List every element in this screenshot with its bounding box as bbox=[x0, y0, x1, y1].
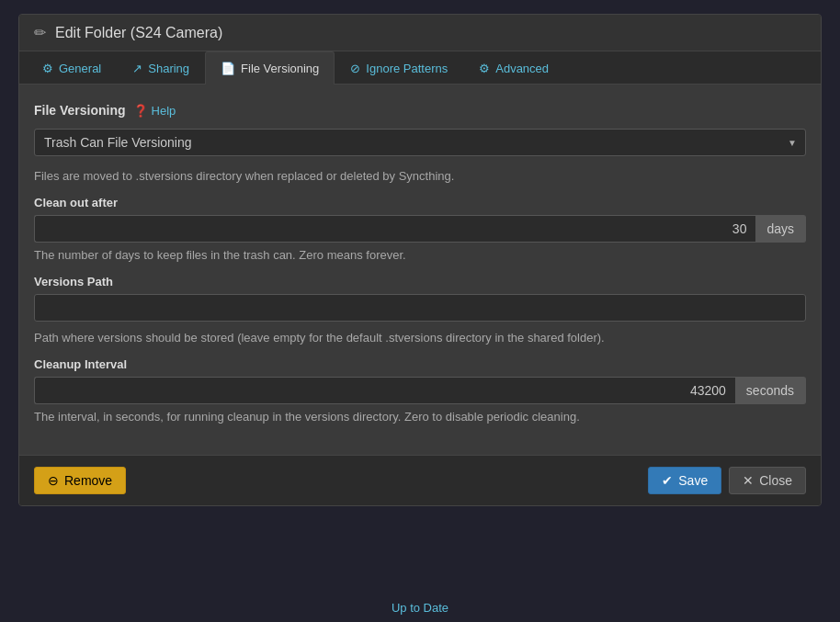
file-versioning-title: File Versioning bbox=[34, 103, 126, 118]
help-icon: ❓ bbox=[133, 104, 148, 118]
versioning-type-select[interactable]: Trash Can File Versioning No File Versio… bbox=[34, 129, 806, 156]
tab-general-label: General bbox=[59, 62, 101, 75]
tab-ignore-patterns-label: Ignore Patterns bbox=[366, 62, 448, 75]
edit-icon: ✏ bbox=[34, 24, 46, 41]
save-label: Save bbox=[678, 473, 708, 488]
modal-footer: ⊖ Remove ✔ Save ✕ Close bbox=[19, 455, 821, 505]
modal-title: Edit Folder (S24 Camera) bbox=[55, 25, 222, 41]
versions-path-input[interactable] bbox=[34, 294, 806, 322]
cleanup-interval-input[interactable] bbox=[34, 377, 735, 404]
clean-out-after-label: Clean out after bbox=[34, 196, 806, 209]
tab-general[interactable]: ⚙ General bbox=[27, 51, 117, 85]
versions-path-description: Path where versions should be stored (le… bbox=[34, 331, 806, 345]
tab-sharing[interactable]: ↗ Sharing bbox=[117, 51, 205, 85]
tab-ignore-patterns[interactable]: ⊘ Ignore Patterns bbox=[335, 51, 463, 85]
help-link[interactable]: ❓ Help bbox=[133, 104, 176, 118]
clean-out-after-addon: days bbox=[755, 215, 806, 243]
cleanup-interval-description: The interval, in seconds, for running cl… bbox=[34, 410, 806, 424]
clean-out-after-input[interactable] bbox=[34, 215, 755, 243]
modal-body: File Versioning ❓ Help Trash Can File Ve… bbox=[19, 85, 821, 455]
tab-advanced[interactable]: ⚙ Advanced bbox=[463, 51, 564, 85]
tab-bar: ⚙ General ↗ Sharing 📄 File Versioning ⊘ … bbox=[19, 51, 821, 85]
cleanup-interval-label: Cleanup Interval bbox=[34, 357, 806, 371]
file-icon: 📄 bbox=[221, 62, 235, 75]
advanced-gear-icon: ⚙ bbox=[479, 62, 490, 75]
versioning-description: Files are moved to .stversions directory… bbox=[34, 169, 806, 183]
help-label: Help bbox=[152, 104, 176, 118]
clean-out-after-group: days bbox=[34, 215, 806, 243]
modal-header: ✏ Edit Folder (S24 Camera) bbox=[19, 15, 821, 51]
close-button[interactable]: ✕ Close bbox=[729, 467, 806, 494]
clean-out-after-description: The number of days to keep files in the … bbox=[34, 248, 806, 262]
tab-file-versioning[interactable]: 📄 File Versioning bbox=[205, 51, 335, 85]
tab-file-versioning-label: File Versioning bbox=[241, 62, 319, 75]
remove-icon: ⊖ bbox=[48, 473, 59, 488]
section-label: File Versioning ❓ Help bbox=[34, 103, 806, 118]
versions-path-label: Versions Path bbox=[34, 275, 806, 288]
cleanup-interval-addon: seconds bbox=[735, 377, 806, 404]
versioning-type-wrapper: Trash Can File Versioning No File Versio… bbox=[34, 129, 806, 156]
tab-sharing-label: Sharing bbox=[148, 62, 189, 75]
save-icon: ✔ bbox=[662, 473, 673, 488]
edit-folder-modal: ✏ Edit Folder (S24 Camera) ⚙ General ↗ S… bbox=[18, 14, 822, 506]
save-button[interactable]: ✔ Save bbox=[648, 467, 721, 494]
bottom-status-bar: Up to Date bbox=[0, 593, 840, 622]
share-icon: ↗ bbox=[132, 62, 142, 75]
remove-button[interactable]: ⊖ Remove bbox=[34, 467, 126, 494]
action-buttons: ✔ Save ✕ Close bbox=[648, 467, 806, 494]
status-badge: Up to Date bbox=[392, 601, 448, 615]
cleanup-interval-group: seconds bbox=[34, 377, 806, 404]
remove-label: Remove bbox=[64, 473, 112, 488]
close-icon: ✕ bbox=[743, 473, 754, 488]
gear-icon: ⚙ bbox=[42, 62, 53, 75]
ignore-icon: ⊘ bbox=[350, 62, 360, 75]
close-label: Close bbox=[759, 473, 792, 488]
tab-advanced-label: Advanced bbox=[495, 62, 549, 75]
